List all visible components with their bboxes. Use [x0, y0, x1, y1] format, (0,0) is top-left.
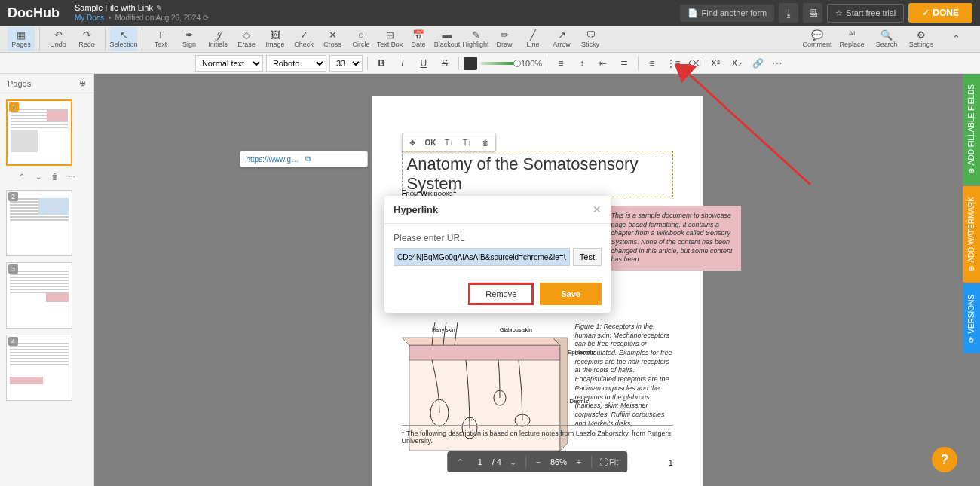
- search-tool[interactable]: 🔍Search: [870, 27, 903, 51]
- text-size-up-icon[interactable]: T↑: [441, 135, 458, 150]
- number-list-button[interactable]: ≡: [643, 55, 661, 72]
- align-left-button[interactable]: ≡: [552, 55, 570, 72]
- print-button[interactable]: 🖶: [803, 3, 822, 23]
- page-thumb-2[interactable]: 2: [6, 190, 72, 256]
- textbox-tool[interactable]: ⊞Text Box: [376, 27, 403, 51]
- underline-button[interactable]: U: [415, 55, 433, 72]
- comment-tool[interactable]: 💬Comment: [801, 27, 834, 51]
- redo-tool[interactable]: ↷Redo: [73, 27, 100, 51]
- current-page-input[interactable]: [473, 457, 488, 466]
- font-size-select[interactable]: 33: [329, 55, 363, 72]
- image-tool[interactable]: 🖼Image: [262, 27, 289, 51]
- initials-tool[interactable]: 𝒥Initials: [204, 27, 231, 51]
- help-button[interactable]: ?: [932, 447, 957, 472]
- callout-box: This is a sample document to showcase pa…: [605, 206, 741, 271]
- cross-tool[interactable]: ✕Cross: [319, 27, 346, 51]
- bullet-list-button[interactable]: ⋮≡: [664, 55, 682, 72]
- versions-tab[interactable]: ⟳ VERSIONS: [963, 284, 980, 353]
- subscript-button[interactable]: X₂: [727, 55, 746, 72]
- breadcrumb-link[interactable]: My Docs: [75, 14, 104, 22]
- thumb-more-icon[interactable]: ⋯: [65, 170, 78, 182]
- thumb-delete-icon[interactable]: 🗑: [48, 170, 62, 182]
- opacity-value: 100%: [521, 59, 542, 68]
- star-icon: ☆: [835, 8, 843, 18]
- main-toolbar: ▦Pages ↶Undo ↷Redo ↖Selection TText ✒Sig…: [0, 26, 980, 53]
- prev-page-icon[interactable]: ⌃: [453, 454, 468, 469]
- italic-button[interactable]: I: [394, 55, 412, 72]
- thumb-down-icon[interactable]: ⌄: [32, 170, 45, 182]
- next-page-icon[interactable]: ⌄: [506, 454, 521, 469]
- app-logo: DocHub: [8, 5, 60, 21]
- strike-button[interactable]: S: [436, 55, 454, 72]
- valign-button[interactable]: ↕: [573, 55, 591, 72]
- footnote: 1 The following description is based on …: [402, 425, 673, 445]
- start-trial-button[interactable]: ☆ Start free trial: [827, 4, 904, 23]
- clear-format-button[interactable]: ⌫: [685, 55, 703, 72]
- undo-tool[interactable]: ↶Undo: [44, 27, 72, 51]
- arrow-tool[interactable]: ↗Arrow: [548, 27, 575, 51]
- download-button[interactable]: ⭳: [779, 3, 798, 23]
- document-title-field[interactable]: Anatomy of the Somatosensory System: [402, 151, 673, 197]
- edit-title-icon[interactable]: ✎: [156, 4, 162, 13]
- delete-icon[interactable]: 🗑: [477, 135, 494, 150]
- font-select[interactable]: Roboto: [266, 55, 326, 72]
- check-icon: ✓: [922, 8, 929, 18]
- opacity-slider[interactable]: [480, 62, 518, 65]
- line-tool[interactable]: ╱Line: [519, 27, 547, 51]
- save-button[interactable]: Save: [540, 283, 602, 305]
- pages-sidebar: Pages ⊕ 1 ⌃ ⌄ 🗑 ⋯ 2: [0, 74, 94, 486]
- check-tool[interactable]: ✓Check: [290, 27, 317, 51]
- page-total: / 4: [492, 457, 501, 466]
- text-style-select[interactable]: Normal text: [195, 55, 263, 72]
- text-color-swatch[interactable]: [464, 57, 477, 70]
- text-size-down-icon[interactable]: T↓: [459, 135, 476, 150]
- sign-tool[interactable]: ✒Sign: [176, 27, 203, 51]
- document-icon: 📄: [688, 8, 698, 18]
- add-page-icon[interactable]: ⊕: [79, 78, 86, 88]
- pages-label: Pages: [8, 79, 31, 88]
- selection-mini-toolbar: ✥ OK T↑ T↓ 🗑: [402, 133, 496, 152]
- line-spacing-button[interactable]: ≣: [615, 55, 633, 72]
- done-button[interactable]: ✓ DONE: [908, 3, 972, 23]
- zoom-out-icon[interactable]: −: [531, 454, 546, 469]
- text-tool[interactable]: TText: [147, 27, 174, 51]
- sticky-tool[interactable]: 🗨Sticky: [577, 27, 604, 51]
- watermark-tab[interactable]: ⊕ ADD WATERMARK: [963, 186, 980, 283]
- circle-tool[interactable]: ○Circle: [348, 27, 375, 51]
- fillable-fields-tab[interactable]: ⊕ ADD FILLABLE FIELDS: [963, 74, 980, 185]
- history-icon[interactable]: ⟳: [203, 14, 209, 22]
- zoom-in-icon[interactable]: +: [571, 454, 586, 469]
- settings-tool[interactable]: ⚙Settings: [905, 27, 938, 51]
- pages-tool[interactable]: ▦Pages: [8, 27, 35, 51]
- highlight-tool[interactable]: ✎Highlight: [462, 27, 489, 51]
- collapse-toolbar[interactable]: ⌃: [939, 27, 972, 51]
- find-form-button[interactable]: 📄 Find another form: [680, 5, 774, 22]
- bold-button[interactable]: B: [372, 55, 390, 72]
- erase-tool[interactable]: ◇Erase: [233, 27, 260, 51]
- test-button[interactable]: Test: [573, 248, 602, 266]
- ok-button[interactable]: OK: [422, 135, 439, 150]
- page-thumb-3[interactable]: 3: [6, 262, 72, 329]
- thumb-up-icon[interactable]: ⌃: [15, 170, 29, 182]
- blackout-tool[interactable]: ▬Blackout: [433, 27, 461, 51]
- hyperlink-button[interactable]: 🔗: [749, 55, 767, 72]
- replace-tool[interactable]: ᴬᴵReplace: [835, 27, 868, 51]
- modified-text: Modified on Aug 26, 2024: [115, 14, 201, 22]
- link-preview-popup[interactable]: https://www.google.com/search... ⧉: [240, 151, 368, 167]
- selection-tool[interactable]: ↖Selection: [110, 27, 137, 51]
- fit-button[interactable]: ⛶ Fit: [596, 454, 621, 469]
- url-input[interactable]: [394, 248, 570, 266]
- remove-button[interactable]: Remove: [468, 283, 534, 305]
- move-icon[interactable]: ✥: [404, 135, 421, 150]
- indent-button[interactable]: ⇤: [594, 55, 612, 72]
- file-title: Sample File with Link: [75, 3, 153, 13]
- page-thumb-1[interactable]: 1: [6, 99, 72, 166]
- open-link-icon[interactable]: ⧉: [305, 154, 361, 164]
- more-format-button[interactable]: ⋯: [770, 55, 785, 72]
- hyperlink-modal: Hyperlink ✕ Please enter URL Test Remove…: [384, 196, 611, 313]
- close-icon[interactable]: ✕: [593, 203, 602, 215]
- superscript-button[interactable]: X²: [706, 55, 724, 72]
- date-tool[interactable]: 📅Date: [405, 27, 432, 51]
- page-thumb-4[interactable]: 4: [6, 335, 72, 401]
- draw-tool[interactable]: ✏Draw: [491, 27, 518, 51]
